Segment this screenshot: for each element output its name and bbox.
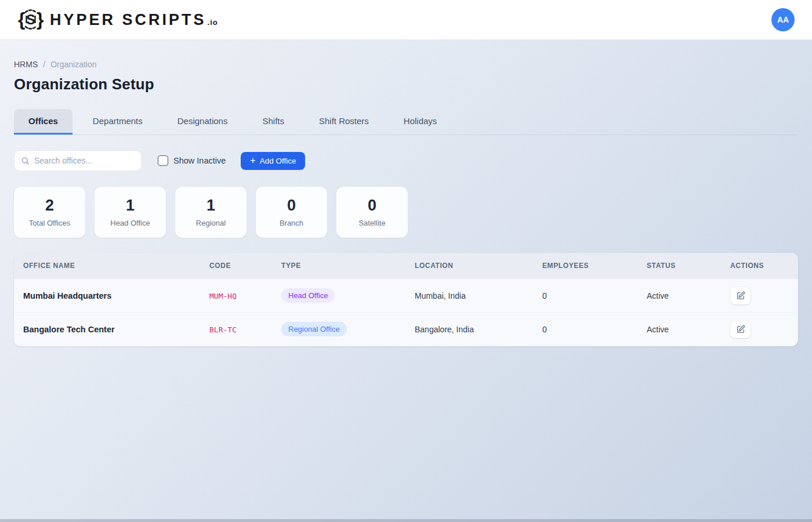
tab-holidays[interactable]: Holidays (389, 109, 452, 135)
page-title: Organization Setup (14, 75, 798, 93)
table-row: Mumbai Headquarters MUM-HQ Head Office M… (14, 279, 798, 313)
edit-office-button[interactable] (730, 321, 751, 338)
col-office-name: Office Name (14, 253, 200, 279)
stat-value: 0 (368, 198, 376, 213)
svg-text:}: } (37, 9, 44, 30)
horizontal-scrollbar[interactable] (0, 519, 812, 522)
stat-value: 0 (287, 198, 296, 213)
stat-label: Total Offices (29, 219, 70, 227)
table-header-row: Office Name Code Type Location Employees… (14, 253, 798, 279)
edit-icon (736, 325, 745, 334)
brand-logo-icon: { } S (17, 8, 44, 32)
type-badge: Head Office (281, 288, 335, 303)
tab-shifts[interactable]: Shifts (248, 109, 299, 135)
office-name: Bangalore Tech Center (23, 325, 115, 334)
office-code: BLR-TC (209, 325, 237, 334)
office-employees: 0 (533, 279, 637, 313)
brand-suffix: .io (208, 18, 218, 27)
col-actions: Actions (721, 253, 798, 279)
add-office-button[interactable]: + Add Office (241, 152, 305, 170)
stat-label: Branch (280, 219, 303, 227)
stat-satellite: 0 Satellite (336, 187, 408, 238)
search-icon (21, 157, 30, 165)
stat-head-office: 1 Head Office (95, 187, 166, 238)
offices-table: Office Name Code Type Location Employees… (14, 253, 798, 346)
col-status: Status (637, 253, 721, 279)
stat-value: 1 (206, 198, 215, 213)
stat-label: Satellite (358, 219, 385, 227)
stat-branch: 0 Branch (256, 187, 327, 238)
edit-icon (736, 291, 745, 300)
search-input[interactable] (14, 150, 142, 171)
tab-offices[interactable]: Offices (14, 109, 72, 135)
main-content: HRMS / Organization Organization Setup O… (0, 60, 812, 346)
stat-value: 2 (45, 198, 54, 213)
search-wrap (14, 150, 142, 171)
edit-office-button[interactable] (730, 287, 751, 304)
breadcrumb-separator: / (43, 60, 45, 69)
col-code: Code (200, 253, 272, 279)
status-badge: Active (637, 279, 721, 313)
plus-icon: + (250, 156, 255, 165)
avatar[interactable]: AA (771, 8, 795, 31)
svg-text:{: { (18, 9, 25, 30)
show-inactive-group: Show Inactive (158, 155, 226, 166)
tab-departments[interactable]: Departments (78, 109, 157, 135)
tab-designations[interactable]: Designations (163, 109, 242, 135)
breadcrumb: HRMS / Organization (14, 60, 798, 69)
breadcrumb-organization[interactable]: Organization (50, 60, 96, 69)
office-name: Mumbai Headquarters (23, 291, 111, 300)
brand-logo[interactable]: { } S HYPER SCRIPTS.io (17, 8, 218, 32)
type-badge: Regional Office (281, 322, 347, 336)
add-office-label: Add Office (260, 157, 296, 165)
tab-shift-rosters[interactable]: Shift Rosters (304, 109, 383, 135)
stat-label: Regional (196, 219, 226, 227)
col-type: Type (272, 253, 405, 279)
stat-cards: 2 Total Offices 1 Head Office 1 Regional… (14, 187, 798, 238)
stat-regional: 1 Regional (175, 187, 246, 238)
table-row: Bangalore Tech Center BLR-TC Regional Of… (14, 313, 798, 346)
stat-value: 1 (126, 198, 135, 213)
office-location: Bangalore, India (405, 313, 533, 346)
status-badge: Active (637, 313, 721, 346)
office-code: MUM-HQ (209, 292, 237, 300)
office-employees: 0 (533, 313, 637, 346)
show-inactive-label[interactable]: Show Inactive (173, 156, 226, 165)
show-inactive-checkbox[interactable] (158, 155, 168, 166)
stat-label: Head Office (110, 219, 150, 227)
col-employees: Employees (533, 253, 637, 279)
controls-row: Show Inactive + Add Office (14, 150, 798, 171)
col-location: Location (405, 253, 533, 279)
tab-bar: Offices Departments Designations Shifts … (14, 109, 798, 135)
office-location: Mumbai, India (405, 279, 533, 313)
brand-name: HYPER SCRIPTS (50, 11, 206, 28)
top-header: { } S HYPER SCRIPTS.io AA (0, 0, 812, 40)
stat-total-offices: 2 Total Offices (14, 187, 85, 238)
svg-text:S: S (26, 12, 35, 27)
breadcrumb-hrms[interactable]: HRMS (14, 60, 38, 69)
